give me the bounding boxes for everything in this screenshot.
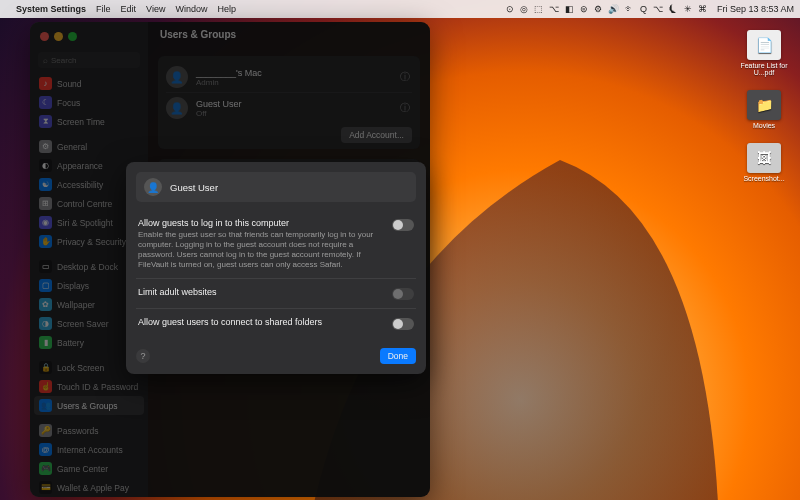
bluetooth-icon[interactable]: ✳ xyxy=(684,4,692,14)
menubar-clock[interactable]: Fri Sep 13 8:53 AM xyxy=(717,4,794,14)
file-label: Movies xyxy=(753,122,775,129)
sidebar-icon: 🔑 xyxy=(39,424,52,437)
user-role: Admin xyxy=(196,78,262,87)
file-label: Screenshot... xyxy=(743,175,784,182)
file-label: Feature List for U...pdf xyxy=(734,62,794,76)
status-icon[interactable]: ⚙ xyxy=(594,4,602,14)
sidebar-item-focus[interactable]: ☾Focus xyxy=(34,93,144,112)
sidebar-item-label: General xyxy=(57,142,87,152)
sidebar-icon: ⧗ xyxy=(39,115,52,128)
status-icon[interactable]: ⊜ xyxy=(580,4,588,14)
done-button[interactable]: Done xyxy=(380,348,416,364)
sidebar-icon: 🎮 xyxy=(39,462,52,475)
sidebar-item-label: Displays xyxy=(57,281,89,291)
option-label: Allow guest users to connect to shared f… xyxy=(138,317,382,327)
volume-icon[interactable]: 🔊 xyxy=(608,4,619,14)
close-window-button[interactable] xyxy=(40,32,49,41)
image-icon: 🖼 xyxy=(747,143,781,173)
menu-edit[interactable]: Edit xyxy=(121,4,137,14)
help-icon[interactable]: ? xyxy=(136,349,150,363)
sidebar-item-general[interactable]: ⚙General xyxy=(34,137,144,156)
sidebar-item-internet-accounts[interactable]: @Internet Accounts xyxy=(34,440,144,459)
sidebar-item-label: Appearance xyxy=(57,161,103,171)
sidebar-icon: ☯ xyxy=(39,178,52,191)
status-icon[interactable]: ⏾ xyxy=(669,4,678,14)
minimize-window-button[interactable] xyxy=(54,32,63,41)
toggle-switch xyxy=(392,288,414,300)
users-card: 👤 ________'s Mac Admin ⓘ 👤 Guest User Of… xyxy=(158,56,420,149)
option-label: Limit adult websites xyxy=(138,287,382,297)
search-icon: ⌕ xyxy=(43,56,48,65)
desktop-icons: 📄 Feature List for U...pdf 📁 Movies 🖼 Sc… xyxy=(734,30,794,182)
status-icon[interactable]: ⊙ xyxy=(506,4,514,14)
sidebar-icon: @ xyxy=(39,443,52,456)
sidebar-icon: ◐ xyxy=(39,159,52,172)
user-name: Guest User xyxy=(196,99,242,109)
zoom-window-button[interactable] xyxy=(68,32,77,41)
sidebar-item-label: Touch ID & Password xyxy=(57,382,138,392)
sidebar-icon: 🔒 xyxy=(39,361,52,374)
app-menu[interactable]: System Settings xyxy=(16,4,86,14)
desktop-file[interactable]: 📄 Feature List for U...pdf xyxy=(734,30,794,76)
desktop-file[interactable]: 📁 Movies xyxy=(747,90,781,129)
sidebar-icon: ✋ xyxy=(39,235,52,248)
menu-file[interactable]: File xyxy=(96,4,111,14)
desktop-file[interactable]: 🖼 Screenshot... xyxy=(743,143,784,182)
sidebar-item-label: Game Center xyxy=(57,464,108,474)
sidebar-icon: ♪ xyxy=(39,77,52,90)
sidebar-icon: ⊞ xyxy=(39,197,52,210)
sidebar-icon: ◉ xyxy=(39,216,52,229)
sidebar-item-label: Battery xyxy=(57,338,84,348)
sidebar-icon: ▢ xyxy=(39,279,52,292)
sidebar-item-screen-time[interactable]: ⧗Screen Time xyxy=(34,112,144,131)
sidebar-item-game-center[interactable]: 🎮Game Center xyxy=(34,459,144,478)
sheet-option: Limit adult websites xyxy=(136,278,416,308)
sidebar-icon: ◑ xyxy=(39,317,52,330)
toggle-switch[interactable] xyxy=(392,318,414,330)
user-row[interactable]: 👤 ________'s Mac Admin ⓘ xyxy=(166,62,412,92)
add-account-button[interactable]: Add Account... xyxy=(341,127,412,143)
menu-view[interactable]: View xyxy=(146,4,165,14)
sidebar-item-label: Sound xyxy=(57,79,82,89)
status-icon[interactable]: ⌥ xyxy=(549,4,559,14)
sidebar-icon: ▭ xyxy=(39,260,52,273)
sidebar-item-label: Wallet & Apple Pay xyxy=(57,483,129,493)
menu-window[interactable]: Window xyxy=(175,4,207,14)
sheet-header: 👤 Guest User xyxy=(136,172,416,202)
info-icon[interactable]: ⓘ xyxy=(400,101,410,115)
sidebar-item-users-groups[interactable]: 👥Users & Groups xyxy=(34,396,144,415)
sidebar-item-label: Privacy & Security xyxy=(57,237,126,247)
sidebar-item-label: Users & Groups xyxy=(57,401,117,411)
menu-help[interactable]: Help xyxy=(217,4,236,14)
status-icon[interactable]: ⌥ xyxy=(653,4,663,14)
sidebar-item-label: Screen Saver xyxy=(57,319,109,329)
option-label: Allow guests to log in to this computer xyxy=(138,218,382,228)
toggle-switch[interactable] xyxy=(392,219,414,231)
status-icon[interactable]: ◎ xyxy=(520,4,528,14)
sidebar-item-touch-id-password[interactable]: ☝Touch ID & Password xyxy=(34,377,144,396)
status-icon[interactable]: ◧ xyxy=(565,4,574,14)
sidebar-item-label: Desktop & Dock xyxy=(57,262,118,272)
sidebar-item-sound[interactable]: ♪Sound xyxy=(34,74,144,93)
sidebar-item-label: Control Centre xyxy=(57,199,112,209)
control-center-icon[interactable]: ⌘ xyxy=(698,4,707,14)
sheet-option: Allow guest users to connect to shared f… xyxy=(136,308,416,338)
status-icon[interactable]: ⬚ xyxy=(534,4,543,14)
user-row[interactable]: 👤 Guest User Off ⓘ xyxy=(166,92,412,123)
user-name: ________'s Mac xyxy=(196,68,262,78)
status-icons[interactable]: ⊙ ◎ ⬚ ⌥ ◧ ⊜ ⚙ 🔊 ᯤ Q ⌥ ⏾ ✳ ⌘ xyxy=(506,4,707,14)
menubar: System Settings File Edit View Window He… xyxy=(0,0,800,18)
file-icon: 📄 xyxy=(747,30,781,60)
wifi-icon[interactable]: ᯤ xyxy=(625,4,634,14)
avatar-icon: 👤 xyxy=(144,178,162,196)
sidebar-icon: ☝ xyxy=(39,380,52,393)
avatar-icon: 👤 xyxy=(166,66,188,88)
info-icon[interactable]: ⓘ xyxy=(400,70,410,84)
window-titlebar[interactable] xyxy=(30,22,430,50)
search-input[interactable]: ⌕ Search xyxy=(38,52,140,68)
sidebar-item-wallet-apple-pay[interactable]: 💳Wallet & Apple Pay xyxy=(34,478,144,497)
option-description: Enable the guest user so that friends ca… xyxy=(138,230,382,270)
user-role: Off xyxy=(196,109,242,118)
spotlight-icon[interactable]: Q xyxy=(640,4,647,14)
sidebar-item-passwords[interactable]: 🔑Passwords xyxy=(34,421,144,440)
